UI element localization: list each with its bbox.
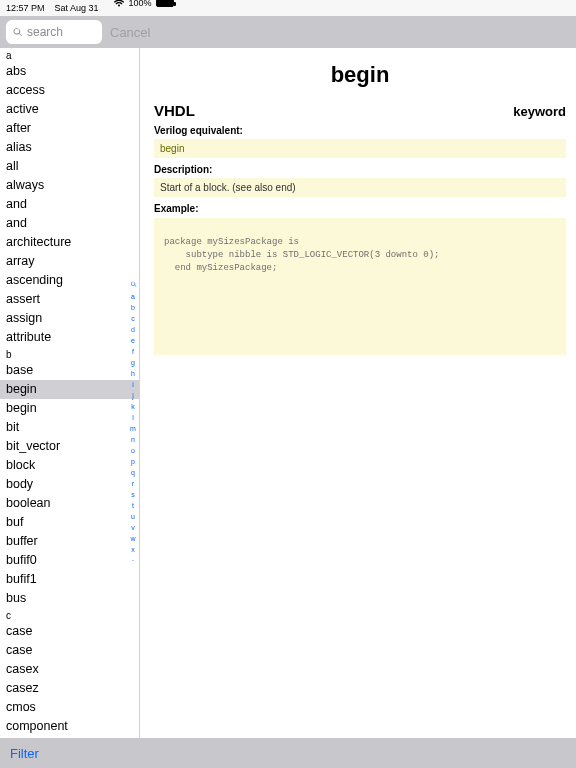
index-letter[interactable]: e — [128, 335, 138, 346]
list-item[interactable]: begin — [0, 399, 139, 418]
wifi-icon — [113, 0, 125, 7]
list-item[interactable]: alias — [0, 138, 139, 157]
index-letter[interactable]: a — [128, 291, 138, 302]
list-item[interactable]: and — [0, 195, 139, 214]
index-letter[interactable]: b — [128, 302, 138, 313]
list-item[interactable]: casez — [0, 679, 139, 698]
index-letter[interactable]: r — [128, 478, 138, 489]
list-item[interactable]: base — [0, 361, 139, 380]
status-date: Sat Aug 31 — [55, 3, 99, 13]
list-item[interactable]: block — [0, 456, 139, 475]
main-split: aabsaccessactiveafteraliasallalwaysandan… — [0, 48, 576, 738]
language-label: VHDL — [154, 102, 195, 119]
index-letter[interactable]: s — [128, 489, 138, 500]
search-input[interactable]: search — [6, 20, 102, 44]
description-label: Description: — [154, 164, 566, 175]
list-item[interactable]: buf — [0, 513, 139, 532]
index-search-icon[interactable] — [128, 280, 138, 291]
list-item[interactable]: case — [0, 622, 139, 641]
index-letter[interactable]: t — [128, 500, 138, 511]
index-letter[interactable]: k — [128, 401, 138, 412]
list-item[interactable]: bufif1 — [0, 570, 139, 589]
example-code: package mySizesPackage is subtype nibble… — [154, 218, 566, 355]
battery-icon — [156, 0, 174, 7]
index-letter[interactable]: x — [128, 544, 138, 555]
list-item[interactable]: cmos — [0, 698, 139, 717]
index-letter[interactable]: g — [128, 357, 138, 368]
bottom-toolbar: Filter — [0, 738, 576, 768]
index-letter[interactable]: v — [128, 522, 138, 533]
verilog-equivalent-label: Verilog equivalent: — [154, 125, 566, 136]
index-letter[interactable]: · — [128, 555, 138, 566]
list-item[interactable]: boolean — [0, 494, 139, 513]
list-item[interactable]: bufif0 — [0, 551, 139, 570]
status-right: 100% — [99, 0, 570, 18]
index-letter[interactable]: h — [128, 368, 138, 379]
list-item[interactable]: assert — [0, 290, 139, 309]
section-header: c — [0, 608, 139, 622]
search-row: search Cancel — [0, 16, 576, 48]
list-item[interactable]: configuration — [0, 736, 139, 738]
list-item[interactable]: always — [0, 176, 139, 195]
section-header: b — [0, 347, 139, 361]
index-letter[interactable]: q — [128, 467, 138, 478]
index-letter[interactable]: n — [128, 434, 138, 445]
status-bar: 12:57 PM Sat Aug 31 100% — [0, 0, 576, 16]
index-letter[interactable]: i — [128, 379, 138, 390]
section-header: a — [0, 48, 139, 62]
list-item[interactable]: case — [0, 641, 139, 660]
list-item[interactable]: component — [0, 717, 139, 736]
list-item[interactable]: bit_vector — [0, 437, 139, 456]
list-item[interactable]: body — [0, 475, 139, 494]
battery-percent: 100% — [129, 0, 152, 8]
index-letter[interactable]: j — [128, 390, 138, 401]
search-placeholder: search — [27, 25, 63, 39]
list-item[interactable]: access — [0, 81, 139, 100]
search-icon — [12, 27, 23, 38]
list-item[interactable]: after — [0, 119, 139, 138]
list-item[interactable]: casex — [0, 660, 139, 679]
index-letter[interactable]: f — [128, 346, 138, 357]
kind-label: keyword — [513, 104, 566, 119]
index-letter[interactable]: w — [128, 533, 138, 544]
list-item[interactable]: buffer — [0, 532, 139, 551]
list-item[interactable]: array — [0, 252, 139, 271]
section-index[interactable]: abcdefghijklmnopqrstuvwx· — [128, 280, 138, 566]
description-value: Start of a block. (see also end) — [154, 178, 566, 197]
list-item[interactable]: abs — [0, 62, 139, 81]
verilog-equivalent-value: begin — [154, 139, 566, 158]
cancel-button[interactable]: Cancel — [110, 25, 150, 40]
index-letter[interactable]: d — [128, 324, 138, 335]
keyword-list[interactable]: aabsaccessactiveafteraliasallalwaysandan… — [0, 48, 140, 738]
index-letter[interactable]: p — [128, 456, 138, 467]
status-left: 12:57 PM Sat Aug 31 — [6, 3, 99, 13]
list-item[interactable]: ascending — [0, 271, 139, 290]
index-letter[interactable]: o — [128, 445, 138, 456]
status-time: 12:57 PM — [6, 3, 45, 13]
list-item[interactable]: bus — [0, 589, 139, 608]
list-item[interactable]: active — [0, 100, 139, 119]
example-label: Example: — [154, 203, 566, 214]
page-title: begin — [154, 48, 566, 96]
list-item[interactable]: all — [0, 157, 139, 176]
index-letter[interactable]: m — [128, 423, 138, 434]
list-item[interactable]: begin — [0, 380, 139, 399]
index-letter[interactable]: l — [128, 412, 138, 423]
filter-button[interactable]: Filter — [10, 746, 39, 761]
list-item[interactable]: architecture — [0, 233, 139, 252]
list-item[interactable]: and — [0, 214, 139, 233]
list-item[interactable]: attribute — [0, 328, 139, 347]
index-letter[interactable]: u — [128, 511, 138, 522]
detail-pane: begin VHDL keyword Verilog equivalent: b… — [140, 48, 576, 738]
list-item[interactable]: bit — [0, 418, 139, 437]
list-item[interactable]: assign — [0, 309, 139, 328]
index-letter[interactable]: c — [128, 313, 138, 324]
